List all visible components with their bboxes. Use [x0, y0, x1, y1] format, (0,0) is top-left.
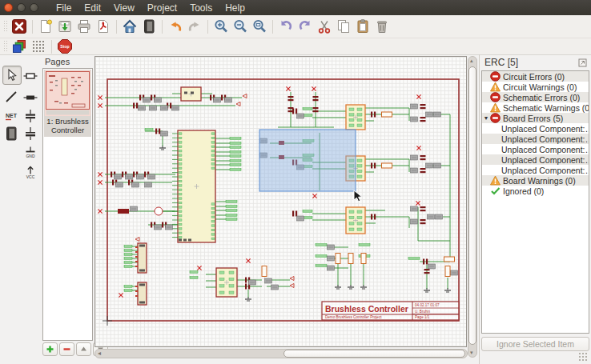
- rotate-cw-icon: [297, 18, 313, 34]
- ignore-selected-item-button[interactable]: Ignore Selected Item: [481, 337, 589, 351]
- warning-icon: [490, 82, 501, 92]
- window-minimize-button[interactable]: [17, 3, 26, 12]
- page-up-button[interactable]: [76, 342, 91, 356]
- print-button[interactable]: [74, 17, 94, 36]
- pdf-button[interactable]: [94, 17, 113, 36]
- menu-item-view[interactable]: View: [107, 1, 141, 15]
- schematic-canvas[interactable]: Brushless ControllerDemo Brushless Contr…: [94, 56, 467, 347]
- toolbar-drag-handle[interactable]: [3, 40, 7, 53]
- menu-item-project[interactable]: Project: [141, 1, 183, 15]
- tool-netlabel-button[interactable]: NET: [2, 107, 20, 125]
- erc-item-unplaced-component[interactable]: Unplaced Component:…: [482, 154, 589, 165]
- tool-select-button[interactable]: [2, 66, 22, 85]
- save-button[interactable]: [55, 17, 74, 36]
- erc-item-unplaced-component[interactable]: Unplaced Component:…: [482, 144, 589, 154]
- copy-button[interactable]: [334, 17, 353, 36]
- toolbar-separator: [116, 20, 117, 34]
- page-list-item[interactable]: 1: Brushless Controller: [44, 70, 91, 137]
- window-maximize-button[interactable]: [30, 3, 38, 12]
- paste-button[interactable]: [353, 17, 372, 36]
- toolbar-separator: [162, 20, 163, 34]
- expander-icon[interactable]: ▼: [482, 115, 490, 121]
- float-panel-icon[interactable]: [578, 58, 587, 67]
- menu-item-edit[interactable]: Edit: [78, 1, 107, 15]
- scroll-up-arrow[interactable]: ▴: [470, 58, 473, 64]
- erc-category-row[interactable]: Schematic Warnings (0): [482, 102, 589, 113]
- scroll-left-arrow[interactable]: ◂: [98, 349, 101, 358]
- vertical-scroll-thumb[interactable]: [468, 66, 476, 345]
- erc-category-row[interactable]: ▼Board Errors (5): [482, 113, 589, 123]
- horizontal-scrollbar[interactable]: ◂: [94, 349, 468, 358]
- redo-button[interactable]: [185, 17, 204, 36]
- toolbar-drag-handle[interactable]: [3, 20, 7, 33]
- tool-resistor-filled-button[interactable]: [22, 89, 39, 106]
- erc-message-list[interactable]: Circuit Errors (0)Circuit Warnings (0)Sc…: [481, 70, 589, 334]
- erc-item-label: Unplaced Component:…: [501, 124, 589, 134]
- pdf-icon: [95, 18, 111, 34]
- grid-settings-button[interactable]: [29, 37, 48, 56]
- erc-category-row[interactable]: Board Warnings (0): [482, 175, 589, 186]
- window-close-button[interactable]: [4, 3, 13, 12]
- page-add-button[interactable]: [42, 342, 58, 356]
- tool-capacitor-polarized-button[interactable]: [22, 125, 39, 142]
- rotate-cw-button[interactable]: [296, 17, 315, 36]
- warning-icon: [490, 102, 501, 113]
- svg-text:Page 1/1: Page 1/1: [415, 315, 430, 319]
- erc-category-row[interactable]: Ignored (0): [482, 186, 589, 196]
- erc-item-unplaced-component[interactable]: Unplaced Component:…: [482, 165, 589, 175]
- tool-line-button[interactable]: [2, 88, 20, 106]
- svg-text:Demo Brushless Controller Proj: Demo Brushless Controller Project: [325, 315, 382, 319]
- erc-category-row[interactable]: Circuit Warnings (0): [482, 82, 589, 92]
- menu-item-help[interactable]: Help: [219, 1, 251, 15]
- menu-item-file[interactable]: File: [50, 1, 78, 15]
- pages-list[interactable]: 1: Brushless Controller: [42, 68, 93, 341]
- toolbar-separator: [207, 20, 208, 34]
- svg-text:Stop: Stop: [60, 44, 70, 49]
- main-area: NETGNDVCC Pages: [0, 54, 591, 364]
- tool-gnd-button[interactable]: GND: [22, 144, 39, 162]
- erc-item-unplaced-component[interactable]: Unplaced Component:…: [482, 134, 589, 144]
- print-icon: [76, 18, 92, 34]
- tool-resistor-h-button[interactable]: [22, 67, 39, 85]
- home-button[interactable]: [120, 17, 139, 36]
- page-remove-button[interactable]: [59, 342, 74, 356]
- new-button[interactable]: [36, 17, 55, 36]
- paste-icon: [355, 18, 371, 34]
- error-icon: [490, 113, 501, 123]
- scroll-down-arrow[interactable]: ▾: [470, 350, 473, 356]
- cut-button[interactable]: [315, 17, 334, 36]
- zoom-out-button[interactable]: [231, 17, 250, 36]
- erc-category-row[interactable]: Schematic Errors (0): [482, 92, 589, 102]
- window-resize-grip[interactable]: [578, 352, 588, 362]
- layers-icon: [11, 38, 27, 54]
- stop-button[interactable]: Stop: [55, 37, 74, 56]
- erc-item-label: Schematic Warnings (0): [503, 103, 589, 113]
- home-icon: [122, 18, 138, 34]
- vertical-scrollbar[interactable]: ▴ ▾: [468, 56, 477, 358]
- stop-icon: Stop: [57, 38, 73, 54]
- horizontal-scroll-thumb[interactable]: [283, 350, 465, 358]
- menu-item-tools[interactable]: Tools: [183, 1, 219, 15]
- grid-settings-icon: [30, 38, 46, 54]
- tool-capacitor-button[interactable]: [22, 107, 39, 125]
- quit-button[interactable]: [10, 17, 29, 36]
- zoom-in-button[interactable]: [211, 17, 231, 36]
- undo-button[interactable]: [166, 17, 185, 36]
- rotate-ccw-button[interactable]: [276, 17, 296, 36]
- delete-button[interactable]: [372, 17, 392, 36]
- tool-library2-button[interactable]: [2, 125, 20, 142]
- secondary-toolbar: Stop: [0, 38, 591, 55]
- zoom-fit-button[interactable]: [250, 17, 269, 36]
- zoom-out-icon: [232, 18, 248, 34]
- layers-button[interactable]: [10, 37, 29, 56]
- erc-category-row[interactable]: Circuit Errors (0): [482, 71, 589, 82]
- tool-vcc-button[interactable]: VCC: [22, 162, 39, 180]
- page-thumbnail: [45, 70, 90, 116]
- library-button[interactable]: [139, 17, 159, 36]
- erc-item-unplaced-component[interactable]: Unplaced Component:…: [482, 123, 589, 134]
- error-icon: [490, 71, 501, 82]
- erc-item-label: Schematic Errors (0): [503, 93, 580, 102]
- toolbar-separator: [272, 20, 273, 34]
- svg-text:NET: NET: [6, 113, 18, 118]
- svg-text:GND: GND: [26, 154, 35, 158]
